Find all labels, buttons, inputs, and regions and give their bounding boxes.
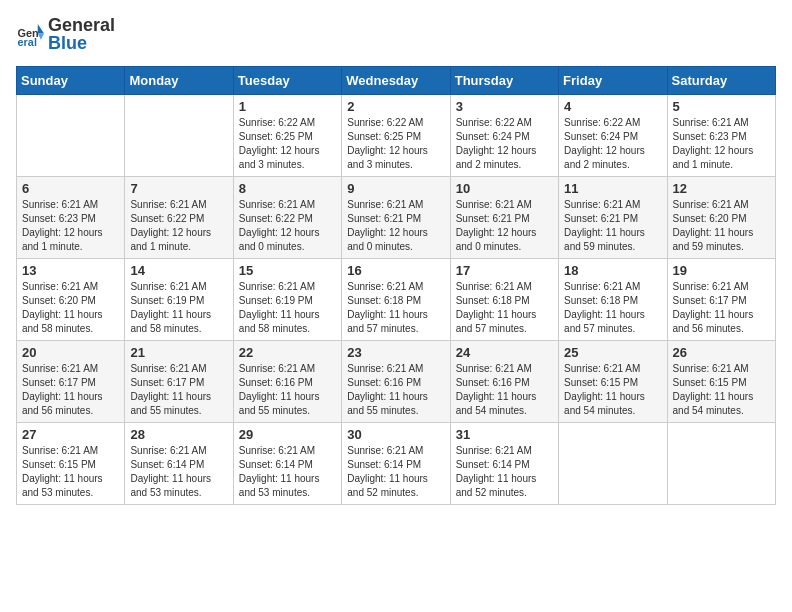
day-info: Sunrise: 6:21 AM Sunset: 6:15 PM Dayligh… <box>22 444 119 500</box>
calendar-cell: 15Sunrise: 6:21 AM Sunset: 6:19 PM Dayli… <box>233 258 341 340</box>
day-number: 20 <box>22 345 119 360</box>
day-number: 22 <box>239 345 336 360</box>
logo-blue: Blue <box>48 34 115 54</box>
weekday-header: Sunday <box>17 66 125 94</box>
calendar-cell: 24Sunrise: 6:21 AM Sunset: 6:16 PM Dayli… <box>450 340 558 422</box>
day-info: Sunrise: 6:21 AM Sunset: 6:15 PM Dayligh… <box>564 362 661 418</box>
day-info: Sunrise: 6:21 AM Sunset: 6:17 PM Dayligh… <box>673 280 770 336</box>
day-number: 14 <box>130 263 227 278</box>
day-number: 4 <box>564 99 661 114</box>
calendar-cell: 11Sunrise: 6:21 AM Sunset: 6:21 PM Dayli… <box>559 176 667 258</box>
day-number: 26 <box>673 345 770 360</box>
calendar-cell: 12Sunrise: 6:21 AM Sunset: 6:20 PM Dayli… <box>667 176 775 258</box>
day-number: 28 <box>130 427 227 442</box>
day-number: 18 <box>564 263 661 278</box>
day-number: 9 <box>347 181 444 196</box>
day-info: Sunrise: 6:21 AM Sunset: 6:20 PM Dayligh… <box>22 280 119 336</box>
day-info: Sunrise: 6:21 AM Sunset: 6:16 PM Dayligh… <box>239 362 336 418</box>
calendar-cell: 17Sunrise: 6:21 AM Sunset: 6:18 PM Dayli… <box>450 258 558 340</box>
calendar-header-row: SundayMondayTuesdayWednesdayThursdayFrid… <box>17 66 776 94</box>
calendar-cell: 5Sunrise: 6:21 AM Sunset: 6:23 PM Daylig… <box>667 94 775 176</box>
day-info: Sunrise: 6:21 AM Sunset: 6:17 PM Dayligh… <box>22 362 119 418</box>
calendar-cell: 16Sunrise: 6:21 AM Sunset: 6:18 PM Dayli… <box>342 258 450 340</box>
calendar-cell: 9Sunrise: 6:21 AM Sunset: 6:21 PM Daylig… <box>342 176 450 258</box>
calendar-cell: 27Sunrise: 6:21 AM Sunset: 6:15 PM Dayli… <box>17 422 125 504</box>
day-number: 2 <box>347 99 444 114</box>
day-info: Sunrise: 6:21 AM Sunset: 6:20 PM Dayligh… <box>673 198 770 254</box>
calendar-cell: 30Sunrise: 6:21 AM Sunset: 6:14 PM Dayli… <box>342 422 450 504</box>
day-number: 10 <box>456 181 553 196</box>
calendar-cell: 19Sunrise: 6:21 AM Sunset: 6:17 PM Dayli… <box>667 258 775 340</box>
calendar-cell: 7Sunrise: 6:21 AM Sunset: 6:22 PM Daylig… <box>125 176 233 258</box>
day-info: Sunrise: 6:22 AM Sunset: 6:24 PM Dayligh… <box>564 116 661 172</box>
calendar-cell: 8Sunrise: 6:21 AM Sunset: 6:22 PM Daylig… <box>233 176 341 258</box>
day-number: 19 <box>673 263 770 278</box>
day-number: 6 <box>22 181 119 196</box>
calendar-cell: 20Sunrise: 6:21 AM Sunset: 6:17 PM Dayli… <box>17 340 125 422</box>
calendar-cell: 29Sunrise: 6:21 AM Sunset: 6:14 PM Dayli… <box>233 422 341 504</box>
day-number: 5 <box>673 99 770 114</box>
day-number: 1 <box>239 99 336 114</box>
day-number: 29 <box>239 427 336 442</box>
calendar-cell: 18Sunrise: 6:21 AM Sunset: 6:18 PM Dayli… <box>559 258 667 340</box>
day-number: 30 <box>347 427 444 442</box>
calendar-week-row: 20Sunrise: 6:21 AM Sunset: 6:17 PM Dayli… <box>17 340 776 422</box>
calendar-cell: 2Sunrise: 6:22 AM Sunset: 6:25 PM Daylig… <box>342 94 450 176</box>
day-info: Sunrise: 6:21 AM Sunset: 6:21 PM Dayligh… <box>564 198 661 254</box>
calendar-cell: 1Sunrise: 6:22 AM Sunset: 6:25 PM Daylig… <box>233 94 341 176</box>
weekday-header: Tuesday <box>233 66 341 94</box>
calendar-cell <box>17 94 125 176</box>
calendar-cell: 22Sunrise: 6:21 AM Sunset: 6:16 PM Dayli… <box>233 340 341 422</box>
day-number: 11 <box>564 181 661 196</box>
day-info: Sunrise: 6:21 AM Sunset: 6:23 PM Dayligh… <box>673 116 770 172</box>
calendar-cell: 28Sunrise: 6:21 AM Sunset: 6:14 PM Dayli… <box>125 422 233 504</box>
calendar-cell: 26Sunrise: 6:21 AM Sunset: 6:15 PM Dayli… <box>667 340 775 422</box>
calendar-week-row: 1Sunrise: 6:22 AM Sunset: 6:25 PM Daylig… <box>17 94 776 176</box>
day-number: 31 <box>456 427 553 442</box>
day-info: Sunrise: 6:22 AM Sunset: 6:25 PM Dayligh… <box>347 116 444 172</box>
day-number: 13 <box>22 263 119 278</box>
day-number: 8 <box>239 181 336 196</box>
calendar-cell <box>125 94 233 176</box>
svg-marker-2 <box>38 24 44 33</box>
day-info: Sunrise: 6:21 AM Sunset: 6:19 PM Dayligh… <box>239 280 336 336</box>
day-info: Sunrise: 6:21 AM Sunset: 6:19 PM Dayligh… <box>130 280 227 336</box>
weekday-header: Thursday <box>450 66 558 94</box>
day-info: Sunrise: 6:21 AM Sunset: 6:14 PM Dayligh… <box>130 444 227 500</box>
day-info: Sunrise: 6:21 AM Sunset: 6:14 PM Dayligh… <box>239 444 336 500</box>
calendar-cell: 25Sunrise: 6:21 AM Sunset: 6:15 PM Dayli… <box>559 340 667 422</box>
day-info: Sunrise: 6:22 AM Sunset: 6:24 PM Dayligh… <box>456 116 553 172</box>
page-header: Gen eral General Blue <box>16 16 776 54</box>
day-info: Sunrise: 6:21 AM Sunset: 6:23 PM Dayligh… <box>22 198 119 254</box>
calendar-cell: 10Sunrise: 6:21 AM Sunset: 6:21 PM Dayli… <box>450 176 558 258</box>
day-info: Sunrise: 6:21 AM Sunset: 6:17 PM Dayligh… <box>130 362 227 418</box>
logo-icon: Gen eral <box>16 21 44 49</box>
weekday-header: Friday <box>559 66 667 94</box>
weekday-header: Saturday <box>667 66 775 94</box>
calendar-week-row: 13Sunrise: 6:21 AM Sunset: 6:20 PM Dayli… <box>17 258 776 340</box>
day-number: 21 <box>130 345 227 360</box>
weekday-header: Monday <box>125 66 233 94</box>
calendar-cell: 6Sunrise: 6:21 AM Sunset: 6:23 PM Daylig… <box>17 176 125 258</box>
day-number: 23 <box>347 345 444 360</box>
day-number: 3 <box>456 99 553 114</box>
day-info: Sunrise: 6:21 AM Sunset: 6:14 PM Dayligh… <box>456 444 553 500</box>
day-number: 25 <box>564 345 661 360</box>
calendar-cell <box>559 422 667 504</box>
day-number: 15 <box>239 263 336 278</box>
day-info: Sunrise: 6:21 AM Sunset: 6:18 PM Dayligh… <box>456 280 553 336</box>
day-info: Sunrise: 6:21 AM Sunset: 6:21 PM Dayligh… <box>347 198 444 254</box>
calendar-cell <box>667 422 775 504</box>
calendar-cell: 23Sunrise: 6:21 AM Sunset: 6:16 PM Dayli… <box>342 340 450 422</box>
day-info: Sunrise: 6:21 AM Sunset: 6:14 PM Dayligh… <box>347 444 444 500</box>
calendar-week-row: 6Sunrise: 6:21 AM Sunset: 6:23 PM Daylig… <box>17 176 776 258</box>
day-info: Sunrise: 6:21 AM Sunset: 6:18 PM Dayligh… <box>347 280 444 336</box>
day-info: Sunrise: 6:22 AM Sunset: 6:25 PM Dayligh… <box>239 116 336 172</box>
calendar-cell: 4Sunrise: 6:22 AM Sunset: 6:24 PM Daylig… <box>559 94 667 176</box>
logo: Gen eral General Blue <box>16 16 115 54</box>
calendar-cell: 3Sunrise: 6:22 AM Sunset: 6:24 PM Daylig… <box>450 94 558 176</box>
day-number: 24 <box>456 345 553 360</box>
calendar-cell: 14Sunrise: 6:21 AM Sunset: 6:19 PM Dayli… <box>125 258 233 340</box>
day-info: Sunrise: 6:21 AM Sunset: 6:16 PM Dayligh… <box>347 362 444 418</box>
day-number: 7 <box>130 181 227 196</box>
